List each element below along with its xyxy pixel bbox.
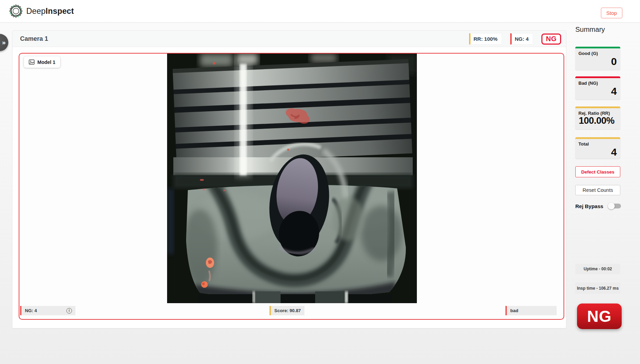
double-chevron-right-icon: » — [2, 39, 6, 46]
inspection-image — [167, 54, 417, 303]
good-card-label: Good (G) — [575, 48, 620, 56]
sidebar-collapse-button[interactable]: » — [0, 34, 8, 51]
total-count-card: Total 4 — [575, 137, 620, 159]
ng-count-chip: NG: 4 — [510, 33, 533, 45]
model-chip[interactable]: Model 1 — [24, 56, 60, 68]
defect-class-chip: bad — [505, 306, 557, 315]
app-root: DeepInspect Stop » Camera 1 RR: 100% NG:… — [0, 0, 640, 364]
camera-panel: Camera 1 RR: 100% NG: 4 NG Model 1 — [12, 30, 566, 328]
toggle-knob — [608, 203, 615, 209]
good-card-value: 0 — [575, 56, 620, 69]
stop-button[interactable]: Stop — [601, 8, 622, 18]
camera-title: Camera 1 — [20, 35, 48, 43]
reset-counts-button[interactable]: Reset Counts — [575, 185, 620, 195]
rej-bypass-label: Rej Bypass — [575, 203, 603, 209]
rej-bypass-toggle[interactable] — [608, 203, 622, 209]
camera-header: Camera 1 RR: 100% NG: 4 NG — [12, 31, 566, 47]
total-card-label: Total — [575, 139, 620, 147]
uptime-display: Uptime - 00:02 — [575, 264, 620, 274]
good-count-card: Good (G) 0 — [575, 47, 620, 70]
inspection-frame: Model 1 — [19, 53, 564, 320]
bottom-ng-label: NG: 4 — [25, 308, 37, 313]
bad-count-card: Bad (NG) 4 — [575, 76, 620, 100]
inspection-time-display: Insp time - 106.27 ms — [575, 282, 620, 294]
deepinspect-logo-icon — [8, 3, 24, 19]
rejection-ratio-chip: RR: 100% — [469, 33, 502, 45]
frame-bottom-bar: NG: 4 i Score: 90.87 bad — [19, 304, 564, 318]
info-icon[interactable]: i — [66, 308, 72, 314]
summary-sidebar: Summary Good (G) 0 Bad (NG) 4 Rej. Ratio… — [575, 26, 622, 36]
brand: DeepInspect — [8, 3, 74, 19]
rejection-ratio-card: Rej. Ratio (RR) 100.00% — [575, 106, 620, 129]
camera-header-stats: RR: 100% NG: 4 NG — [469, 31, 561, 47]
rejection-ratio-label: Rej. Ratio (RR) — [575, 108, 620, 116]
image-icon — [29, 59, 35, 65]
rej-bypass-row: Rej Bypass — [575, 202, 622, 210]
score-chip: Score: 90.87 — [269, 306, 304, 315]
app-header: DeepInspect Stop — [0, 0, 640, 23]
bad-card-value: 4 — [575, 86, 620, 99]
result-status-badge: NG — [577, 304, 622, 329]
total-card-value: 4 — [575, 147, 620, 159]
bottom-ng-chip: NG: 4 i — [20, 306, 75, 315]
model-chip-label: Model 1 — [37, 59, 55, 65]
camera-status-badge: NG — [541, 34, 561, 45]
rejection-ratio-value: 100.00% — [575, 116, 620, 128]
defect-classes-button[interactable]: Defect Classes — [575, 166, 620, 177]
summary-title: Summary — [575, 26, 622, 34]
bad-card-label: Bad (NG) — [575, 78, 620, 86]
brand-name: DeepInspect — [26, 7, 74, 16]
